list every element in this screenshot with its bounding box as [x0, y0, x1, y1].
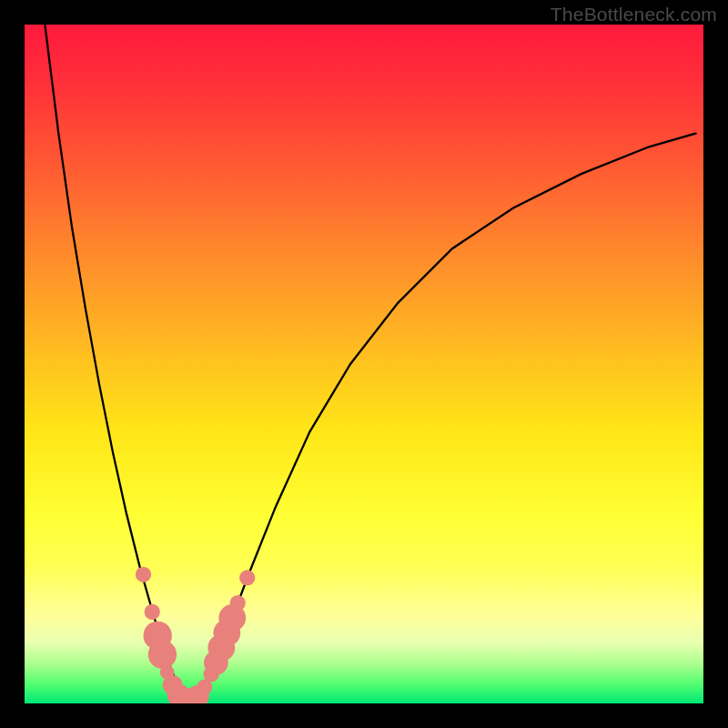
curve-marker — [136, 567, 151, 582]
bottleneck-curve-path — [45, 25, 696, 700]
curve-marker — [239, 570, 255, 585]
curve-marker — [145, 604, 160, 620]
chart-container: TheBottleneck.com — [0, 0, 728, 728]
curve-svg — [25, 25, 703, 703]
watermark-text: TheBottleneck.com — [551, 4, 717, 25]
curve-marker — [148, 641, 177, 669]
curve-markers — [136, 567, 255, 703]
curve-marker — [230, 595, 246, 611]
